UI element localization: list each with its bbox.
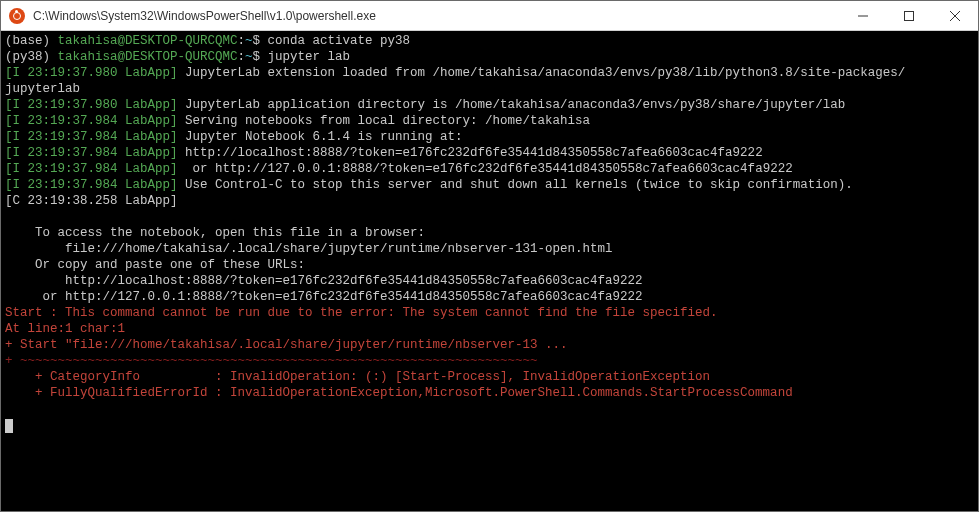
close-icon xyxy=(950,11,960,21)
log-ts: [I 23:19:37.984 LabApp] xyxy=(5,162,178,176)
close-button[interactable] xyxy=(932,1,978,31)
prompt-dollar: $ xyxy=(253,50,268,64)
log-ts: [I 23:19:37.984 LabApp] xyxy=(5,146,178,160)
maximize-button[interactable] xyxy=(886,1,932,31)
error-line: + FullyQualifiedErrorId : InvalidOperati… xyxy=(5,386,793,400)
log-msg: JupyterLab application directory is /hom… xyxy=(178,98,846,112)
prompt-userhost: takahisa@DESKTOP-QURCQMC xyxy=(58,50,238,64)
minimize-icon xyxy=(858,11,868,21)
prompt-sep: : xyxy=(238,50,246,64)
window-title: C:\Windows\System32\WindowsPowerShell\v1… xyxy=(33,9,840,23)
log-msg: To access the notebook, open this file i… xyxy=(5,226,425,240)
log-msg: Jupyter Notebook 6.1.4 is running at: xyxy=(178,130,463,144)
log-ts: [I 23:19:37.984 LabApp] xyxy=(5,130,178,144)
log-ts: [I 23:19:37.980 LabApp] xyxy=(5,98,178,112)
error-line: Start : This command cannot be run due t… xyxy=(5,306,718,320)
prompt-path: ~ xyxy=(245,34,253,48)
cursor xyxy=(5,419,13,433)
log-msg: jupyterlab xyxy=(5,82,80,96)
prompt-cmd: jupyter lab xyxy=(268,50,351,64)
prompt-sep: : xyxy=(238,34,246,48)
log-msg: http://localhost:8888/?token=e176fc232df… xyxy=(178,146,763,160)
maximize-icon xyxy=(904,11,914,21)
prompt-env: (py38) xyxy=(5,50,58,64)
prompt-env: (base) xyxy=(5,34,58,48)
prompt-userhost: takahisa@DESKTOP-QURCQMC xyxy=(58,34,238,48)
error-line: At line:1 char:1 xyxy=(5,322,125,336)
prompt-path: ~ xyxy=(245,50,253,64)
log-msg: or http://127.0.0.1:8888/?token=e176fc23… xyxy=(178,162,793,176)
log-ts: [I 23:19:37.980 LabApp] xyxy=(5,66,178,80)
app-window: C:\Windows\System32\WindowsPowerShell\v1… xyxy=(0,0,979,512)
log-msg: Use Control-C to stop this server and sh… xyxy=(178,178,853,192)
ubuntu-icon xyxy=(9,8,25,24)
titlebar[interactable]: C:\Windows\System32\WindowsPowerShell\v1… xyxy=(1,1,978,31)
log-msg: file:///home/takahisa/.local/share/jupyt… xyxy=(5,242,613,256)
error-line: + CategoryInfo : InvalidOperation: (:) [… xyxy=(5,370,710,384)
log-ts: [I 23:19:37.984 LabApp] xyxy=(5,114,178,128)
svg-rect-1 xyxy=(905,11,914,20)
log-ts: [C 23:19:38.258 LabApp] xyxy=(5,194,178,208)
log-msg: Or copy and paste one of these URLs: xyxy=(5,258,305,272)
error-line: + ~~~~~~~~~~~~~~~~~~~~~~~~~~~~~~~~~~~~~~… xyxy=(5,354,538,368)
log-msg: http://localhost:8888/?token=e176fc232df… xyxy=(5,274,643,288)
log-msg: or http://127.0.0.1:8888/?token=e176fc23… xyxy=(5,290,643,304)
prompt-cmd: conda activate py38 xyxy=(268,34,411,48)
log-ts: [I 23:19:37.984 LabApp] xyxy=(5,178,178,192)
terminal-output[interactable]: (base) takahisa@DESKTOP-QURCQMC:~$ conda… xyxy=(1,31,978,511)
log-msg: JupyterLab extension loaded from /home/t… xyxy=(178,66,906,80)
prompt-dollar: $ xyxy=(253,34,268,48)
log-msg: Serving notebooks from local directory: … xyxy=(178,114,591,128)
minimize-button[interactable] xyxy=(840,1,886,31)
error-line: + Start "file:///home/takahisa/.local/sh… xyxy=(5,338,568,352)
